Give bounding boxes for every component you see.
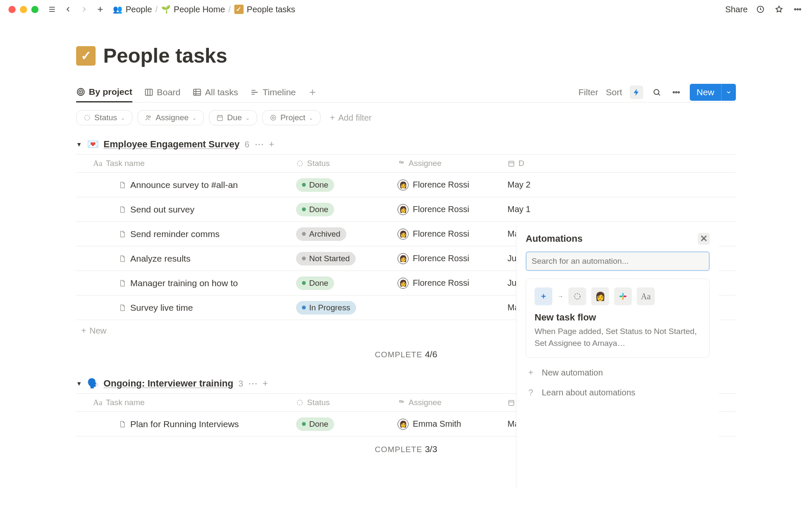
plus-icon: +	[535, 287, 552, 305]
filter-due[interactable]: Due⌄	[209, 110, 257, 125]
sort-button[interactable]: Sort	[606, 87, 622, 97]
svg-point-24	[400, 400, 402, 403]
learn-automations-link[interactable]: ? Learn about automations	[526, 388, 710, 398]
group-count: 3	[239, 379, 243, 389]
column-task[interactable]: AaTask name	[76, 159, 279, 168]
due-cell: May 2	[491, 176, 736, 194]
minimize-window[interactable]	[20, 6, 27, 13]
filter-project[interactable]: Project⌄	[262, 110, 321, 125]
automations-panel: Automations ✕ + → 👩 Aa New task flow Whe…	[516, 225, 719, 488]
nav-forward[interactable]	[78, 3, 90, 15]
automation-card[interactable]: + → 👩 Aa New task flow When Page added, …	[526, 279, 710, 358]
assignee-cell: 👩Emma Smith	[381, 414, 491, 434]
status-badge: Done	[296, 178, 334, 192]
nav-back[interactable]	[62, 3, 74, 15]
column-status[interactable]: Status	[279, 159, 381, 168]
svg-point-3	[799, 8, 801, 10]
page-icon	[118, 304, 126, 312]
column-task[interactable]: AaTask name	[76, 398, 279, 407]
group-add-icon[interactable]: +	[263, 378, 268, 389]
filter-status[interactable]: Status⌄	[76, 110, 132, 125]
title-bar: 👥 People / 🌱 People Home / ✓ People task…	[0, 0, 812, 19]
speech-icon: 🗣️	[87, 378, 99, 389]
column-assignee[interactable]: Assignee	[381, 398, 491, 407]
breadcrumb: 👥 People / 🌱 People Home / ✓ People task…	[113, 5, 295, 14]
view-actions: Filter Sort New	[579, 84, 736, 101]
new-automation-button[interactable]: + New automation	[526, 368, 710, 378]
assignee-name: Florence Rossi	[413, 204, 469, 214]
timeline-icon	[250, 88, 259, 97]
people-icon	[398, 399, 405, 406]
filter-assignee[interactable]: Assignee⌄	[137, 110, 204, 125]
status-badge: Archived	[296, 227, 346, 241]
avatar-icon: 👩	[591, 287, 609, 305]
svg-point-17	[271, 115, 276, 120]
crumb-home[interactable]: People Home	[174, 5, 225, 14]
svg-rect-26	[509, 400, 514, 406]
tab-all-tasks[interactable]: All tasks	[192, 83, 238, 102]
svg-point-2	[797, 8, 798, 10]
table-icon	[192, 88, 202, 97]
svg-rect-31	[623, 295, 627, 297]
new-button-main[interactable]: New	[690, 84, 721, 101]
due-cell: May 1	[491, 200, 736, 218]
people-icon	[398, 160, 405, 167]
status-spinner-icon	[296, 399, 304, 406]
new-button: New	[690, 84, 736, 101]
page-icon	[118, 206, 126, 213]
crumb-root[interactable]: People	[126, 5, 152, 14]
filter-button[interactable]: Filter	[579, 87, 598, 97]
group-more-icon[interactable]: ⋯	[248, 378, 258, 389]
svg-rect-29	[620, 295, 623, 297]
search-icon[interactable]	[651, 86, 663, 98]
add-view[interactable]	[308, 83, 317, 101]
close-window[interactable]	[8, 6, 16, 13]
avatar-icon: 👩	[398, 204, 409, 215]
column-due[interactable]: D	[491, 159, 736, 168]
page-content: ✓ People tasks By project Board All task…	[0, 19, 812, 488]
avatar-icon: 👩	[398, 229, 409, 240]
add-filter-button[interactable]: +Add filter	[326, 110, 376, 125]
group-more-icon[interactable]: ⋯	[255, 139, 264, 150]
tab-by-project[interactable]: By project	[76, 83, 132, 102]
group-name[interactable]: Ongoing: Interviewer training	[104, 378, 233, 389]
svg-point-1	[795, 8, 796, 10]
avatar-icon: 👩	[398, 278, 409, 289]
status-spinner-icon	[296, 160, 304, 167]
assignee-name: Florence Rossi	[413, 229, 469, 239]
new-tab-icon[interactable]	[94, 3, 106, 15]
avatar-icon: 👩	[398, 419, 409, 430]
menu-icon[interactable]	[46, 3, 58, 15]
view-more-icon[interactable]	[670, 86, 682, 98]
task-name: Analyze results	[130, 254, 190, 264]
automation-desc: When Page added, Set Status to Not Start…	[535, 326, 701, 349]
share-button[interactable]: Share	[725, 5, 748, 14]
panel-close-button[interactable]: ✕	[698, 233, 710, 245]
maximize-window[interactable]	[31, 6, 38, 13]
tab-timeline[interactable]: Timeline	[250, 83, 296, 102]
crumb-page[interactable]: People tasks	[247, 5, 296, 14]
collapse-toggle[interactable]: ▼	[76, 380, 82, 387]
group-add-icon[interactable]: +	[269, 139, 274, 150]
column-status[interactable]: Status	[279, 398, 381, 407]
panel-title: Automations	[526, 233, 582, 244]
assignee-cell: 👩Florence Rossi	[381, 249, 491, 268]
collapse-toggle[interactable]: ▼	[76, 141, 82, 148]
group-header: ▼ 💌 Employee Engagement Survey 6 ⋯ +	[76, 133, 736, 154]
column-assignee[interactable]: Assignee	[381, 159, 491, 168]
new-button-dropdown[interactable]	[721, 84, 736, 101]
history-icon[interactable]	[754, 3, 766, 15]
people-icon: 👥	[113, 5, 122, 14]
svg-point-19	[297, 161, 302, 166]
automations-button[interactable]	[630, 86, 643, 99]
table-row[interactable]: Announce survey to #all-anDone👩Florence …	[76, 173, 736, 197]
table-row[interactable]: Send out surveyDone👩Florence RossiMay 1	[76, 197, 736, 222]
tab-board[interactable]: Board	[144, 83, 181, 102]
page-icon	[118, 230, 126, 238]
automation-search-input[interactable]	[526, 251, 710, 271]
more-icon[interactable]	[792, 3, 804, 15]
status-spinner-icon	[83, 114, 91, 121]
star-icon[interactable]	[773, 3, 785, 15]
arrow-right-icon: →	[557, 293, 563, 300]
group-name[interactable]: Employee Engagement Survey	[104, 139, 240, 150]
